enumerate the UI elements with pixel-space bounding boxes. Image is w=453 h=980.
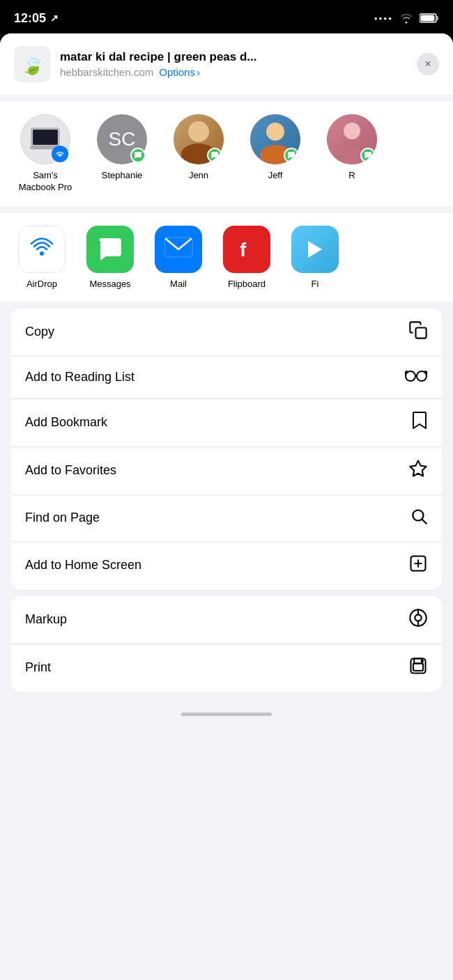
star-icon <box>408 459 428 483</box>
app-airdrop[interactable]: AirDrop <box>14 226 70 289</box>
app-name: Mail <box>170 279 187 289</box>
favicon: 🍃 <box>14 46 50 82</box>
airdrop-app-icon <box>18 226 66 273</box>
location-icon: ↗ <box>50 13 59 24</box>
print-icon <box>408 656 428 680</box>
home-indicator <box>0 706 453 722</box>
find-on-page-action[interactable]: Find on Page <box>11 495 442 542</box>
person-last[interactable]: R <box>321 114 383 194</box>
svg-marker-17 <box>410 460 426 476</box>
airdrop-badge <box>52 146 68 162</box>
url-text: matar ki dal recipe | green peas d... he… <box>60 50 407 78</box>
copy-label: Copy <box>25 325 54 339</box>
svg-rect-2 <box>421 15 435 22</box>
svg-point-24 <box>415 614 421 621</box>
svg-point-30 <box>422 660 423 662</box>
svg-point-16 <box>417 371 427 381</box>
svg-rect-5 <box>33 130 57 144</box>
close-button[interactable]: × <box>417 53 439 75</box>
copy-icon <box>408 320 428 344</box>
markup-label: Markup <box>25 612 67 627</box>
page-title: matar ki dal recipe | green peas d... <box>60 50 407 64</box>
url-meta: hebbarskitchen.com Options › <box>60 66 407 78</box>
fi-app-icon <box>291 226 339 273</box>
avatar-last <box>327 114 377 164</box>
bookmark-icon <box>411 411 428 435</box>
find-label: Find on Page <box>25 511 100 525</box>
flipboard-icon: f <box>231 234 262 265</box>
time-label: 12:05 <box>14 11 46 26</box>
app-name: Messages <box>89 279 130 289</box>
favorites-action[interactable]: Add to Favorites <box>11 447 442 495</box>
bookmark-action[interactable]: Add Bookmark <box>11 399 442 447</box>
app-messages[interactable]: Messages <box>82 226 138 289</box>
person-name: R <box>348 170 355 182</box>
home-screen-label: Add to Home Screen <box>25 558 141 573</box>
person-name: Jenn <box>189 170 208 182</box>
avatar-stephanie: SC <box>97 114 147 164</box>
app-name: Flipboard <box>228 279 266 289</box>
status-bar: 12:05 ↗ ●●●● <box>0 0 453 33</box>
print-label: Print <box>25 660 51 675</box>
svg-marker-13 <box>308 241 322 258</box>
svg-rect-11 <box>231 234 262 265</box>
avatar-macbook <box>20 114 70 164</box>
person-sams-macbook[interactable]: Sam's Macbook Pro <box>14 114 77 194</box>
signal-icon: ●●●● <box>374 15 393 22</box>
message-badge <box>360 148 376 163</box>
message-badge <box>284 148 299 163</box>
app-mail[interactable]: Mail <box>151 226 206 289</box>
person-jenn[interactable]: Jenn <box>167 114 230 194</box>
bookmark-label: Add Bookmark <box>25 415 107 430</box>
flipboard-app-icon: f <box>223 226 270 273</box>
home-bar <box>181 713 272 716</box>
options-button[interactable]: Options › <box>159 66 200 78</box>
home-screen-action[interactable]: Add to Home Screen <box>11 542 442 589</box>
app-fi[interactable]: Fi <box>287 226 343 289</box>
svg-rect-28 <box>413 663 423 671</box>
status-icons: ●●●● <box>374 13 439 24</box>
favorites-label: Add to Favorites <box>25 463 116 478</box>
person-name: Sam's Macbook Pro <box>19 170 72 194</box>
app-flipboard[interactable]: f Flipboard <box>219 226 275 289</box>
person-stephanie[interactable]: SC Stephanie <box>91 114 153 194</box>
battery-icon <box>420 13 439 24</box>
url-header: 🍃 matar ki dal recipe | green peas d... … <box>0 33 453 95</box>
messages-icon <box>96 235 124 263</box>
reading-list-action[interactable]: Add to Reading List <box>11 357 442 399</box>
markup-action[interactable]: Markup <box>11 596 442 644</box>
reading-list-label: Add to Reading List <box>25 370 135 384</box>
print-action[interactable]: Print <box>11 644 442 692</box>
actions-group-2: Markup Print <box>11 596 442 692</box>
svg-point-15 <box>406 371 415 381</box>
avatar-jenn <box>174 114 224 164</box>
markup-icon <box>408 608 428 632</box>
apps-row: AirDrop Messages <box>14 226 453 289</box>
message-badge <box>130 148 146 163</box>
status-time: 12:05 ↗ <box>14 11 59 26</box>
fi-icon <box>305 234 325 265</box>
avatar-jeff <box>250 114 300 164</box>
mail-app-icon <box>155 226 202 273</box>
message-badge <box>207 148 222 163</box>
mail-icon <box>164 237 193 262</box>
app-name: AirDrop <box>26 279 57 289</box>
airdrop-waves-icon <box>26 234 57 265</box>
svg-rect-1 <box>437 16 439 20</box>
actions-group-1: Copy Add to Reading List <box>11 309 442 589</box>
add-square-icon <box>408 554 428 577</box>
person-jeff[interactable]: Jeff <box>244 114 307 194</box>
svg-text:f: f <box>240 239 247 260</box>
copy-action[interactable]: Copy <box>11 309 442 357</box>
glasses-icon <box>404 368 428 387</box>
people-section: Sam's Macbook Pro SC Stephanie <box>0 102 453 206</box>
svg-point-8 <box>40 251 44 256</box>
people-row: Sam's Macbook Pro SC Stephanie <box>14 114 453 194</box>
svg-line-19 <box>422 520 427 524</box>
domain-label: hebbarskitchen.com <box>60 66 153 78</box>
messages-app-icon <box>86 226 134 273</box>
svg-rect-14 <box>416 327 427 338</box>
share-sheet: 🍃 matar ki dal recipe | green peas d... … <box>0 33 453 980</box>
person-name: Jeff <box>268 170 283 182</box>
app-name: Fi <box>312 279 319 289</box>
